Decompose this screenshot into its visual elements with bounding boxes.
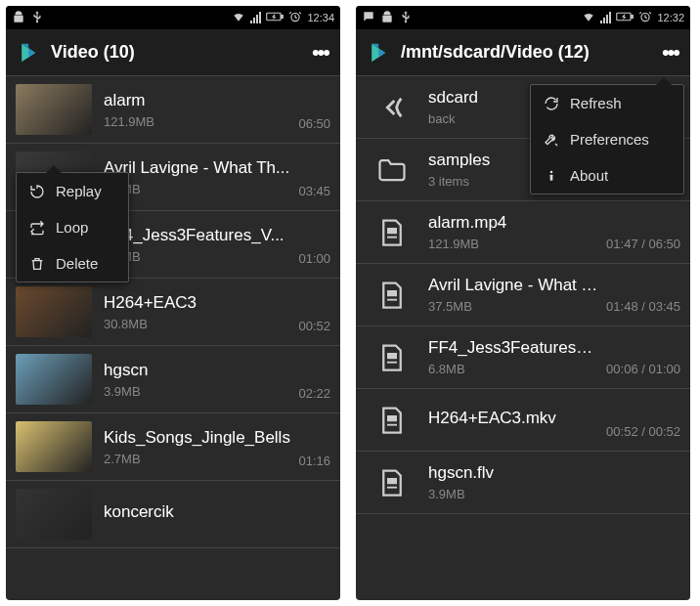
alarm-icon: [288, 10, 302, 25]
clock-text: 12:32: [657, 12, 684, 23]
file-progress: 01:47 / 06:50: [606, 237, 680, 255]
video-size: 3.8MB: [104, 249, 290, 264]
file-icon: [372, 462, 413, 503]
clock-text: 12:34: [307, 12, 334, 23]
svg-rect-8: [387, 290, 397, 296]
video-size: 3.9MB: [104, 384, 290, 399]
svg-rect-10: [387, 353, 397, 359]
video-duration: 02:22: [298, 386, 330, 405]
right-screenshot: 12:32 /mnt/sdcard/Video (12) ••• sdcardb…: [356, 6, 690, 600]
overflow-menu-button[interactable]: •••: [308, 40, 332, 65]
video-duration: 00:52: [298, 319, 330, 337]
message-icon: [362, 10, 375, 26]
video-duration: 03:45: [298, 184, 330, 202]
loop-label: Loop: [56, 219, 88, 236]
signal-icon: [600, 12, 611, 23]
video-list-item[interactable]: alarm121.9MB06:50: [6, 76, 340, 144]
video-list: alarm121.9MB06:50Avril Lavigne - What Th…: [6, 76, 340, 548]
overflow-menu-button[interactable]: •••: [658, 40, 682, 65]
tools-icon: [543, 132, 560, 148]
video-size: 121.9MB: [104, 114, 290, 129]
status-bar: 12:32: [356, 6, 690, 29]
video-name: alarm: [104, 91, 290, 110]
file-list-item[interactable]: H264+EAC3.mkv00:52 / 00:52: [356, 389, 690, 452]
svg-rect-1: [282, 16, 284, 19]
file-icon: [372, 212, 413, 253]
video-list-item[interactable]: hgscn3.9MB02:22: [6, 346, 340, 413]
svg-rect-6: [387, 228, 397, 234]
page-title: Video (10): [51, 42, 308, 63]
usb-icon: [399, 10, 413, 26]
video-thumbnail: [16, 354, 92, 405]
app-logo-icon: [14, 39, 41, 66]
video-list-item[interactable]: H264+EAC330.8MB00:52: [6, 279, 340, 346]
usb-icon: [30, 10, 44, 26]
file-name: H264+EAC3.mkv: [428, 409, 598, 428]
alarm-icon: [638, 10, 652, 25]
video-name: Kids_Songs_Jingle_Bells: [104, 428, 290, 448]
file-list-item[interactable]: FF4_Jess3Features_VO_1...6.8MB00:06 / 01…: [356, 326, 690, 389]
preferences-label: Preferences: [570, 131, 649, 148]
file-icon: [372, 400, 413, 441]
about-menu-item[interactable]: About: [531, 157, 683, 194]
video-size: 2.7MB: [104, 452, 290, 466]
signal-icon: [250, 12, 261, 23]
info-icon: [543, 168, 560, 184]
refresh-label: Refresh: [570, 95, 622, 111]
file-list-item[interactable]: hgscn.flv3.9MB: [356, 452, 690, 514]
file-list-item[interactable]: alarm.mp4121.9MB01:47 / 06:50: [356, 201, 690, 264]
loop-menu-item[interactable]: Loop: [17, 209, 128, 245]
svg-rect-9: [387, 298, 397, 300]
page-title: /mnt/sdcard/Video (12): [401, 42, 658, 63]
file-icon: [372, 275, 413, 316]
svg-rect-7: [387, 236, 397, 238]
file-icon: [372, 337, 413, 378]
delete-icon: [28, 256, 46, 272]
loop-icon: [28, 220, 46, 236]
refresh-icon: [543, 96, 560, 111]
svg-rect-16: [550, 174, 553, 180]
file-name: hgscn.flv: [428, 463, 673, 483]
video-name: Avril Lavigne - What Th...: [104, 158, 290, 178]
status-bar: 12:34: [6, 6, 340, 29]
video-name: H264+EAC3: [104, 293, 290, 313]
back-icon: [372, 87, 413, 128]
android-icon: [380, 10, 394, 26]
video-thumbnail: [16, 84, 92, 135]
file-progress: 00:52 / 00:52: [606, 424, 680, 443]
svg-rect-4: [632, 16, 634, 19]
file-list-item[interactable]: Avril Lavigne - What The He...37.5MB01:4…: [356, 264, 690, 326]
overflow-menu: Refresh Preferences About: [530, 84, 684, 195]
left-screenshot: 12:34 Video (10) ••• alarm121.9MB06:50Av…: [6, 6, 340, 600]
battery-icon: [616, 11, 634, 24]
svg-rect-13: [387, 423, 397, 425]
preferences-menu-item[interactable]: Preferences: [531, 121, 683, 157]
file-progress: 00:06 / 01:00: [606, 362, 680, 380]
replay-menu-item[interactable]: Replay: [17, 173, 128, 209]
file-sub: 6.8MB: [428, 362, 598, 376]
video-list-item[interactable]: koncercik: [6, 481, 340, 548]
replay-icon: [28, 184, 46, 199]
app-bar: /mnt/sdcard/Video (12) •••: [356, 29, 690, 76]
delete-menu-item[interactable]: Delete: [17, 245, 128, 281]
delete-label: Delete: [56, 255, 98, 272]
wifi-icon: [232, 10, 245, 25]
file-name: alarm.mp4: [428, 213, 598, 233]
video-size: 30.8MB: [104, 317, 290, 331]
video-name: FF4_Jess3Features_V...: [104, 226, 290, 245]
app-bar: Video (10) •••: [6, 29, 340, 76]
video-size: 7.5MB: [104, 182, 290, 196]
android-icon: [12, 10, 25, 26]
video-duration: 06:50: [298, 116, 330, 135]
video-thumbnail: [16, 421, 92, 472]
about-label: About: [570, 167, 608, 184]
file-name: Avril Lavigne - What The He...: [428, 276, 598, 295]
file-sub: 3.9MB: [428, 487, 673, 501]
refresh-menu-item[interactable]: Refresh: [531, 85, 683, 121]
svg-rect-14: [387, 478, 397, 484]
wifi-icon: [582, 10, 595, 25]
video-list-item[interactable]: Kids_Songs_Jingle_Bells2.7MB01:16: [6, 413, 340, 481]
svg-rect-12: [387, 415, 397, 421]
video-duration: 01:00: [298, 251, 330, 270]
video-thumbnail: [16, 286, 92, 337]
